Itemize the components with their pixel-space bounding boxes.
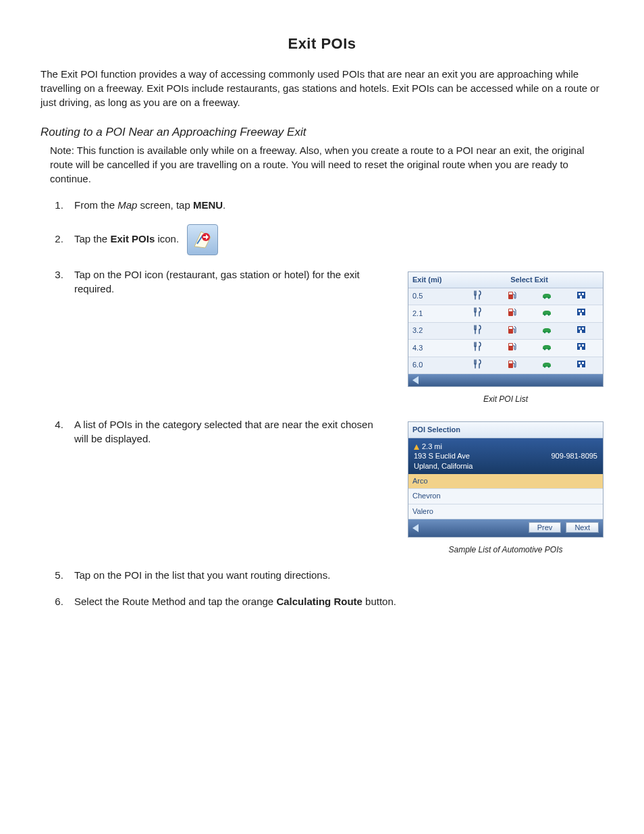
next-button[interactable]: Next — [566, 522, 599, 533]
hotel-icon[interactable] — [576, 359, 587, 371]
svg-rect-12 — [509, 309, 512, 311]
caption-2: Sample List of Automotive POIs — [408, 544, 603, 556]
intro-paragraph: The Exit POI function provides a way of … — [41, 67, 603, 109]
svg-point-14 — [547, 314, 549, 316]
step-4: A list of POIs in the category selected … — [66, 417, 603, 556]
step-1: From the Map screen, tap MENU. — [66, 198, 603, 212]
svg-rect-34 — [580, 347, 582, 350]
page-title: Exit POIs — [41, 34, 603, 55]
svg-rect-28 — [509, 344, 512, 346]
svg-rect-9 — [582, 293, 584, 295]
svg-rect-40 — [579, 362, 581, 364]
svg-point-6 — [547, 296, 549, 298]
exit-poi-list-panel: Exit (mi) Select Exit 0.52.13.24.36.0 — [408, 271, 603, 387]
svg-rect-4 — [509, 292, 512, 294]
svg-rect-10 — [580, 296, 582, 298]
poi-phone: 909-981-8095 — [551, 451, 597, 461]
back-icon[interactable] — [412, 376, 419, 384]
restaurant-icon[interactable] — [472, 342, 483, 354]
svg-rect-16 — [579, 310, 581, 312]
step-2: Tap the Exit POIs icon. — [66, 224, 603, 255]
restaurant-icon[interactable] — [472, 359, 483, 371]
poi-list-item[interactable]: Arco — [408, 474, 603, 489]
caption-1: Exit POI List — [408, 394, 603, 405]
steps-list: From the Map screen, tap MENU. Tap the E… — [66, 198, 603, 608]
svg-rect-42 — [580, 365, 582, 367]
step-6: Select the Route Method and tap the oran… — [66, 594, 603, 608]
hotel-icon[interactable] — [576, 342, 587, 354]
gas-icon[interactable] — [506, 342, 517, 354]
auto-icon[interactable] — [541, 359, 552, 371]
auto-icon[interactable] — [541, 342, 552, 354]
poi-selection-header: POI Selection — [408, 422, 603, 438]
panel-footer — [408, 374, 603, 386]
auto-icon[interactable] — [541, 290, 552, 303]
prev-button[interactable]: Prev — [529, 522, 562, 533]
svg-point-5 — [543, 296, 545, 298]
auto-icon[interactable] — [541, 325, 552, 337]
svg-rect-41 — [582, 362, 584, 364]
svg-rect-8 — [579, 293, 581, 295]
exit-pois-icon — [187, 224, 218, 255]
poi-list-item[interactable]: Chevron — [408, 489, 603, 504]
svg-rect-36 — [509, 361, 512, 363]
hotel-icon[interactable] — [576, 307, 587, 319]
step-3: Tap on the POI icon (restaurant, gas sta… — [66, 267, 603, 405]
restaurant-icon[interactable] — [472, 307, 483, 319]
gas-icon[interactable] — [506, 325, 517, 337]
svg-point-30 — [547, 348, 549, 350]
svg-point-38 — [547, 365, 549, 367]
poi-selection-panel: POI Selection 2.3 mi 193 S Euclid Ave Up… — [408, 421, 603, 538]
hotel-icon[interactable] — [576, 325, 587, 337]
exit-row[interactable]: 6.0 — [408, 357, 603, 374]
svg-point-13 — [543, 314, 545, 316]
svg-point-21 — [543, 331, 545, 333]
arrow-up-icon — [414, 444, 419, 450]
auto-icon[interactable] — [541, 307, 552, 319]
poi-list-item[interactable]: Valero — [408, 504, 603, 519]
svg-rect-17 — [582, 310, 584, 312]
svg-point-22 — [547, 331, 549, 333]
svg-rect-24 — [579, 328, 581, 330]
gas-icon[interactable] — [506, 307, 517, 319]
svg-point-29 — [543, 348, 545, 350]
restaurant-icon[interactable] — [472, 325, 483, 337]
section-heading: Routing to a POI Near an Approaching Fre… — [41, 124, 603, 140]
svg-rect-33 — [582, 344, 584, 346]
exit-row[interactable]: 3.2 — [408, 323, 603, 340]
restaurant-icon[interactable] — [472, 290, 483, 303]
poi-info-box: 2.3 mi 193 S Euclid Ave Upland, Californ… — [408, 438, 603, 474]
svg-rect-25 — [582, 328, 584, 330]
svg-rect-20 — [509, 327, 512, 329]
col-select-exit: Select Exit — [460, 275, 599, 285]
gas-icon[interactable] — [506, 359, 517, 371]
back-icon[interactable] — [412, 524, 419, 532]
svg-rect-32 — [579, 344, 581, 346]
exit-row[interactable]: 0.5 — [408, 288, 603, 305]
svg-point-37 — [543, 365, 545, 367]
step-5: Tap on the POI in the list that you want… — [66, 568, 603, 582]
exit-row[interactable]: 2.1 — [408, 305, 603, 322]
svg-rect-18 — [580, 313, 582, 315]
col-exit-mi: Exit (mi) — [412, 275, 460, 285]
gas-icon[interactable] — [506, 290, 517, 303]
note-paragraph: Note: This function is available only wh… — [50, 143, 603, 186]
svg-rect-26 — [580, 330, 582, 333]
exit-row[interactable]: 4.3 — [408, 340, 603, 357]
hotel-icon[interactable] — [576, 290, 587, 303]
